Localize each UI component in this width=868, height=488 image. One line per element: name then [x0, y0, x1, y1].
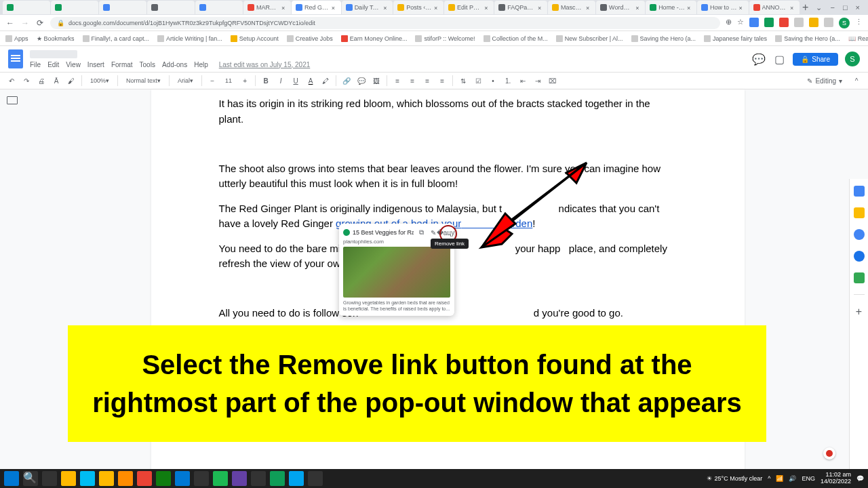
- spellcheck-button[interactable]: Ā: [50, 75, 62, 87]
- comment-button[interactable]: 💬: [355, 75, 368, 87]
- italic-button[interactable]: I: [275, 75, 287, 87]
- add-addon-icon[interactable]: +: [854, 306, 865, 317]
- copy-link-button[interactable]: ⧉: [416, 228, 426, 237]
- tab-2[interactable]: [99, 1, 146, 14]
- menu-addons[interactable]: Add-ons: [162, 61, 187, 68]
- bookmark-4[interactable]: Setup Account: [231, 35, 279, 42]
- extension-icon-1[interactable]: [749, 18, 759, 27]
- bullet-list-button[interactable]: •: [487, 75, 499, 87]
- tab-12[interactable]: WordCount×: [596, 1, 645, 14]
- redo-button[interactable]: ↷: [20, 75, 33, 87]
- line-spacing-button[interactable]: ⇅: [457, 75, 469, 87]
- menu-tools[interactable]: Tools: [140, 61, 155, 68]
- collapse-toolbar-button[interactable]: ^: [850, 75, 863, 87]
- back-button[interactable]: ←: [5, 18, 15, 28]
- zoom-select[interactable]: 100% ▾: [86, 75, 113, 87]
- task-view-button[interactable]: [42, 471, 57, 486]
- extension-icon-4[interactable]: [794, 18, 804, 27]
- menu-edit[interactable]: Edit: [47, 61, 59, 68]
- tab-7[interactable]: Daily Task S×: [342, 1, 393, 14]
- increase-indent-button[interactable]: ⇥: [532, 75, 544, 87]
- align-right-button[interactable]: ≡: [421, 75, 433, 87]
- tab-4[interactable]: [195, 1, 243, 14]
- extension-icon-6[interactable]: [824, 18, 833, 27]
- editing-mode-select[interactable]: Editing ▾: [802, 76, 848, 86]
- print-button[interactable]: 🖨: [35, 75, 47, 87]
- last-edit-link[interactable]: Last edit was on July 15, 2021: [219, 61, 311, 68]
- bookmark-11[interactable]: Japanese fairy tales: [704, 35, 767, 42]
- image-button[interactable]: 🖼: [370, 75, 382, 87]
- zoom-icon[interactable]: ⊕: [726, 18, 732, 28]
- start-button[interactable]: [4, 471, 19, 486]
- menu-file[interactable]: File: [30, 61, 41, 68]
- new-tab-button[interactable]: +: [800, 1, 811, 14]
- tab-15[interactable]: ANNOYING×: [749, 1, 800, 14]
- style-select[interactable]: Normal text ▾: [122, 75, 165, 87]
- keep-icon[interactable]: [854, 207, 865, 218]
- wifi-icon[interactable]: 📶: [776, 475, 783, 482]
- checklist-button[interactable]: ☑: [472, 75, 484, 87]
- paragraph-1[interactable]: It has its origin in its striking red bl…: [219, 96, 677, 127]
- system-clock[interactable]: 11:02 am 14/02/2022: [821, 472, 851, 485]
- maps-icon[interactable]: [854, 272, 865, 283]
- font-select[interactable]: Arial ▾: [174, 75, 197, 87]
- paint-format-button[interactable]: 🖌: [65, 75, 77, 87]
- align-justify-button[interactable]: ≡: [436, 75, 448, 87]
- tab-1[interactable]: [51, 1, 98, 14]
- bookmark-8[interactable]: Collection of the M...: [484, 35, 548, 42]
- taskbar-app-14[interactable]: [308, 471, 323, 486]
- window-close-icon[interactable]: ×: [856, 3, 860, 12]
- window-dropdown-icon[interactable]: ⌄: [816, 3, 822, 12]
- text-color-button[interactable]: A: [304, 75, 317, 87]
- popup-title[interactable]: 15 Best Veggies for Raised...: [353, 229, 414, 236]
- apps-button[interactable]: Apps: [5, 35, 28, 42]
- bold-button[interactable]: B: [260, 75, 272, 87]
- tab-9[interactable]: Edit Post "2×: [444, 1, 494, 14]
- numbered-list-button[interactable]: 1.: [502, 75, 514, 87]
- star-icon[interactable]: ☆: [737, 18, 744, 28]
- bookmark-9[interactable]: New Subscriber | Al...: [556, 35, 623, 42]
- bookmark-3[interactable]: Article Writing | fan...: [157, 35, 222, 42]
- taskbar-app-1[interactable]: [61, 471, 76, 486]
- menu-format[interactable]: Format: [111, 61, 133, 68]
- language-indicator[interactable]: ENG: [802, 475, 815, 482]
- comment-history-icon[interactable]: 💬: [752, 52, 766, 66]
- taskbar-app-13[interactable]: [289, 471, 304, 486]
- forward-button[interactable]: →: [20, 18, 30, 28]
- align-left-button[interactable]: ≡: [391, 75, 403, 87]
- tab-13[interactable]: Home - Can×: [646, 1, 696, 14]
- contacts-icon[interactable]: [854, 251, 865, 262]
- taskbar-app-6[interactable]: [156, 471, 171, 486]
- bookmark-7[interactable]: stiforP :: Welcome!: [415, 35, 475, 42]
- tab-8[interactable]: Posts ‹ Mas×: [393, 1, 443, 14]
- document-title[interactable]: [30, 50, 77, 58]
- extension-icon-2[interactable]: [764, 18, 774, 27]
- menu-view[interactable]: View: [66, 61, 81, 68]
- window-maximize-icon[interactable]: □: [843, 3, 848, 12]
- taskbar-app-8[interactable]: [194, 471, 209, 486]
- clear-format-button[interactable]: ⌧: [547, 75, 559, 87]
- tab-5[interactable]: MARCEL -×: [243, 1, 291, 14]
- outline-toggle-icon[interactable]: [7, 96, 18, 104]
- notifications-icon[interactable]: 💬: [856, 475, 864, 482]
- profile-avatar[interactable]: S: [839, 18, 850, 28]
- remove-link-button[interactable]: �ацу: [441, 228, 450, 237]
- taskbar-app-5[interactable]: [137, 471, 152, 486]
- address-bar[interactable]: 🔒 docs.google.com/document/d/1ojB1HywKTR…: [50, 17, 720, 29]
- decrease-indent-button[interactable]: ⇤: [517, 75, 529, 87]
- account-avatar[interactable]: S: [845, 52, 860, 66]
- docs-logo-icon[interactable]: [8, 49, 23, 68]
- align-center-button[interactable]: ≡: [406, 75, 418, 87]
- tab-14[interactable]: How to Rem×: [697, 1, 749, 14]
- bookmark-6[interactable]: Earn Money Online...: [341, 35, 408, 42]
- highlight-button[interactable]: 🖍: [319, 75, 332, 87]
- tab-3[interactable]: [147, 1, 195, 14]
- undo-button[interactable]: ↶: [5, 75, 18, 87]
- taskbar-app-2[interactable]: [80, 471, 95, 486]
- notification-badge-icon[interactable]: [823, 447, 835, 460]
- tab-0[interactable]: [3, 1, 50, 14]
- link-button[interactable]: 🔗: [340, 75, 353, 87]
- taskbar-app-9[interactable]: [213, 471, 228, 486]
- font-size-increase[interactable]: +: [239, 75, 251, 87]
- taskbar-app-4[interactable]: [118, 471, 133, 486]
